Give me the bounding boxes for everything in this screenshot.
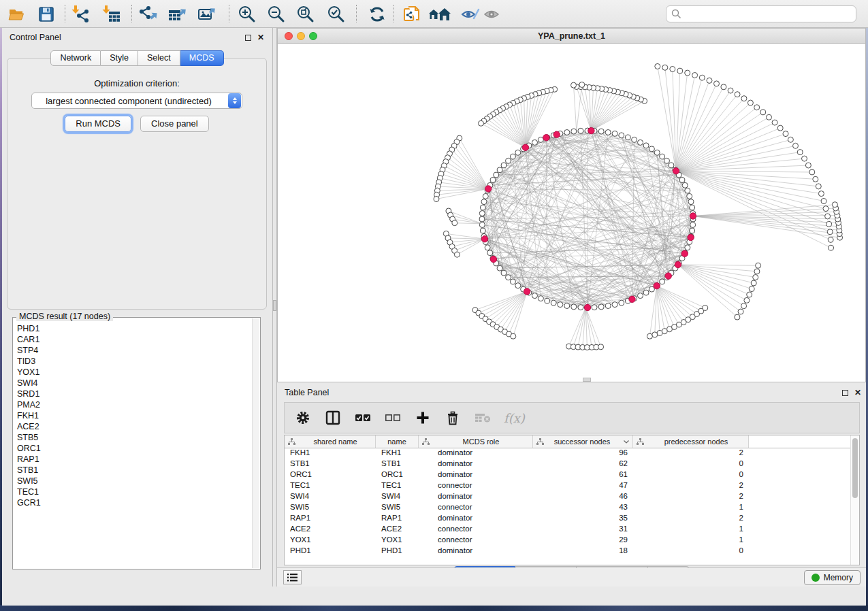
graph-node[interactable] bbox=[649, 146, 654, 152]
zoom-fit-icon[interactable] bbox=[294, 5, 317, 23]
tab-select[interactable]: Select bbox=[138, 50, 180, 66]
graph-node[interactable] bbox=[564, 303, 570, 309]
graph-node[interactable] bbox=[772, 120, 777, 125]
graph-node[interactable] bbox=[490, 178, 496, 183]
table-row[interactable]: SWI4SWI4dominator462 bbox=[285, 492, 859, 503]
table-row[interactable]: YOX1YOX1connector291 bbox=[285, 535, 859, 546]
memory-button[interactable]: Memory bbox=[804, 570, 861, 585]
column-header-predecessor-nodes[interactable]: predecessor nodes bbox=[633, 435, 749, 448]
show-graphics-details-icon[interactable] bbox=[481, 5, 504, 23]
graph-node[interactable] bbox=[515, 283, 521, 288]
graph-node[interactable] bbox=[479, 211, 485, 216]
mcds-result-item[interactable]: STP4 bbox=[17, 345, 251, 356]
open-session-icon[interactable] bbox=[5, 5, 29, 23]
graph-node[interactable] bbox=[483, 193, 488, 199]
graph-node[interactable] bbox=[827, 229, 833, 235]
graph-node[interactable] bbox=[660, 279, 665, 284]
float-panel-icon[interactable] bbox=[245, 35, 251, 41]
refresh-icon[interactable] bbox=[366, 5, 389, 23]
graph-node[interactable] bbox=[551, 300, 556, 306]
zoom-selected-icon[interactable] bbox=[325, 5, 348, 23]
graph-node[interactable] bbox=[654, 150, 660, 155]
delete-rows-trash-icon[interactable] bbox=[444, 409, 462, 427]
graph-node[interactable] bbox=[494, 172, 499, 178]
column-header-name[interactable]: name bbox=[376, 435, 419, 448]
graph-node[interactable] bbox=[481, 199, 487, 205]
vertical-splitter[interactable] bbox=[272, 28, 277, 587]
export-network-icon[interactable] bbox=[136, 5, 159, 23]
graph-node[interactable] bbox=[664, 158, 670, 163]
graph-node[interactable] bbox=[728, 88, 733, 93]
network-graph-canvas[interactable] bbox=[278, 44, 865, 378]
graph-node-dominator[interactable] bbox=[584, 304, 590, 310]
graph-node[interactable] bbox=[454, 252, 460, 257]
graph-node[interactable] bbox=[501, 163, 507, 168]
graph-node[interactable] bbox=[818, 191, 824, 197]
graph-node[interactable] bbox=[703, 306, 708, 311]
graph-node[interactable] bbox=[793, 143, 799, 148]
graph-node[interactable] bbox=[578, 305, 583, 310]
graph-node[interactable] bbox=[751, 280, 756, 286]
table-row[interactable]: TEC1TEC1connector472 bbox=[285, 481, 859, 492]
graph-node[interactable] bbox=[598, 344, 604, 350]
tab-style[interactable]: Style bbox=[101, 50, 138, 66]
graph-node[interactable] bbox=[532, 293, 538, 299]
import-network-icon[interactable] bbox=[69, 5, 92, 23]
deselect-all-checkboxes-icon[interactable] bbox=[384, 409, 402, 427]
graph-node[interactable] bbox=[821, 199, 826, 204]
graph-node[interactable] bbox=[510, 154, 515, 159]
column-header-mcds-role[interactable]: MCDS role bbox=[419, 435, 533, 448]
graph-node-dominator[interactable] bbox=[553, 131, 560, 137]
graph-node[interactable] bbox=[721, 84, 726, 90]
splitter-grip[interactable] bbox=[273, 300, 276, 311]
graph-node[interactable] bbox=[669, 163, 674, 168]
graph-node-dominator[interactable] bbox=[690, 213, 696, 219]
export-image-icon[interactable] bbox=[196, 5, 219, 23]
graph-node[interactable] bbox=[655, 64, 660, 69]
graph-node[interactable] bbox=[592, 305, 597, 310]
search-input[interactable] bbox=[681, 7, 856, 21]
graph-node[interactable] bbox=[643, 143, 649, 148]
graph-node[interactable] bbox=[515, 150, 521, 155]
show-panel-list-button[interactable] bbox=[283, 570, 302, 584]
mcds-result-list[interactable]: PHD1CAR1STP4TID3YOX1SWI4SRD1PMA2FKH1ACE2… bbox=[17, 323, 251, 566]
column-settings-gear-icon[interactable] bbox=[294, 409, 312, 427]
table-row[interactable]: PHD1PHD1dominator180 bbox=[285, 546, 859, 557]
mcds-result-item[interactable]: SWI5 bbox=[17, 476, 251, 486]
graph-node[interactable] bbox=[638, 293, 643, 299]
graph-node[interactable] bbox=[685, 245, 690, 250]
graph-node[interactable] bbox=[660, 154, 665, 159]
graph-node[interactable] bbox=[826, 221, 832, 227]
table-row[interactable]: STB1STB1dominator620 bbox=[285, 459, 859, 470]
graph-node[interactable] bbox=[828, 237, 833, 242]
tab-mcds[interactable]: MCDS bbox=[180, 50, 224, 66]
graph-node[interactable] bbox=[744, 297, 750, 303]
import-table-icon[interactable] bbox=[99, 5, 123, 23]
table-row[interactable]: SWI5SWI5connector431 bbox=[285, 503, 859, 514]
column-header-successor-nodes[interactable]: successor nodes bbox=[533, 435, 633, 448]
graph-node[interactable] bbox=[813, 176, 818, 182]
select-all-checkboxes-icon[interactable] bbox=[354, 409, 372, 427]
graph-node-dominator[interactable] bbox=[543, 135, 549, 141]
graph-node[interactable] bbox=[682, 182, 688, 188]
mcds-result-item[interactable]: TID3 bbox=[17, 356, 251, 367]
graph-node[interactable] bbox=[538, 137, 543, 142]
graph-node[interactable] bbox=[760, 110, 766, 115]
graph-node[interactable] bbox=[605, 130, 611, 135]
graph-node[interactable] bbox=[677, 68, 683, 73]
horizontal-splitter-grip[interactable] bbox=[583, 378, 591, 382]
graph-node[interactable] bbox=[632, 137, 637, 142]
graph-node[interactable] bbox=[754, 269, 760, 274]
graph-node[interactable] bbox=[538, 296, 543, 301]
mcds-result-item[interactable]: ACE2 bbox=[17, 421, 251, 432]
graph-node[interactable] bbox=[829, 245, 834, 250]
close-panel-icon[interactable]: ✕ bbox=[854, 388, 861, 397]
table-scrollbar-thumb[interactable] bbox=[852, 438, 858, 498]
graph-node[interactable] bbox=[619, 133, 624, 138]
graph-node[interactable] bbox=[558, 302, 563, 308]
graph-node[interactable] bbox=[612, 302, 617, 308]
graph-node[interactable] bbox=[797, 150, 803, 155]
graph-node[interactable] bbox=[619, 300, 624, 306]
graph-node[interactable] bbox=[741, 96, 747, 101]
mcds-result-item[interactable]: FKH1 bbox=[17, 410, 251, 421]
